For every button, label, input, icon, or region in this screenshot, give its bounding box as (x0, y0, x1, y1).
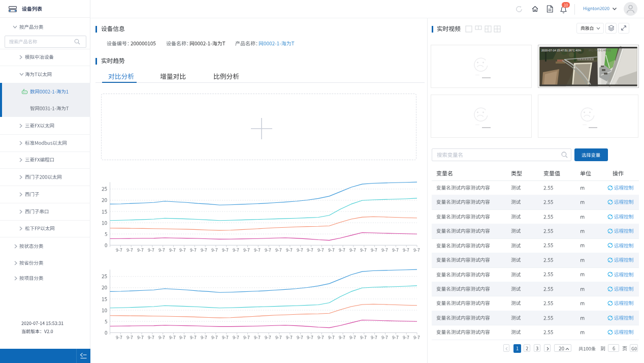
svg-text:IPC-7A 0-1 AB 01: IPC-7A 0-1 AB 01 (589, 49, 611, 52)
svg-text:2020-07-14 15:47:51 26"C 40%: 2020-07-14 15:47:51 26"C 40% (541, 49, 582, 52)
svg-text:IPC(7*) 01: IPC(7*) 01 (604, 81, 618, 84)
